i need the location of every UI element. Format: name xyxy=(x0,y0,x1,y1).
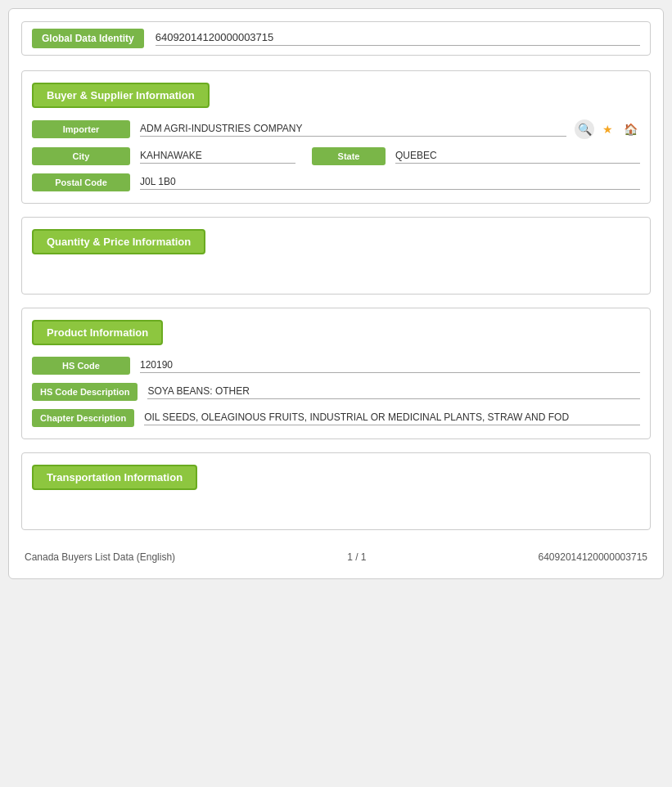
hs-code-description-row: HS Code Description SOYA BEANS: OTHER xyxy=(32,383,640,401)
buyer-supplier-header: Buyer & Supplier Information xyxy=(32,83,210,108)
quantity-price-content xyxy=(32,266,640,282)
city-label: City xyxy=(32,147,130,165)
importer-label: Importer xyxy=(32,120,130,138)
transportation-header: Transportation Information xyxy=(32,465,197,490)
product-info-header: Product Information xyxy=(32,320,163,345)
chapter-description-value: OIL SEEDS, OLEAGINOUS FRUITS, INDUSTRIAL… xyxy=(144,411,640,425)
hs-code-description-label: HS Code Description xyxy=(32,383,138,401)
hs-code-label: HS Code xyxy=(32,357,130,375)
state-value: QUEBEC xyxy=(395,150,640,164)
global-identity-row: Global Data Identity 6409201412000000371… xyxy=(21,21,651,56)
chapter-description-label: Chapter Description xyxy=(32,409,134,427)
importer-icons: 🔍 ★ 🏠 xyxy=(575,119,640,139)
product-info-section: Product Information HS Code 120190 HS Co… xyxy=(21,308,651,439)
main-container: Global Data Identity 6409201412000000371… xyxy=(8,8,664,579)
hs-code-description-value: SOYA BEANS: OTHER xyxy=(147,385,640,399)
buyer-supplier-section: Buyer & Supplier Information Importer AD… xyxy=(21,70,651,204)
city-value: KAHNAWAKE xyxy=(140,150,295,164)
postal-code-row: Postal Code J0L 1B0 xyxy=(32,173,640,191)
state-label: State xyxy=(312,147,386,165)
postal-code-value: J0L 1B0 xyxy=(140,176,640,190)
search-icon[interactable]: 🔍 xyxy=(575,119,594,139)
importer-row: Importer ADM AGRI-INDUSTRIES COMPANY 🔍 ★… xyxy=(32,119,640,139)
transportation-content xyxy=(32,501,640,518)
hs-code-row: HS Code 120190 xyxy=(32,357,640,375)
importer-value: ADM AGRI-INDUSTRIES COMPANY xyxy=(140,123,566,137)
postal-code-label: Postal Code xyxy=(32,173,130,191)
hs-code-value: 120190 xyxy=(140,359,640,373)
global-identity-value: 64092014120000003715 xyxy=(156,31,640,46)
footer: Canada Buyers List Data (English) 1 / 1 … xyxy=(21,543,651,566)
home-icon[interactable]: 🏠 xyxy=(620,119,640,139)
footer-center: 1 / 1 xyxy=(347,551,366,563)
footer-right: 64092014120000003715 xyxy=(539,551,647,563)
quantity-price-section: Quantity & Price Information xyxy=(21,217,651,295)
footer-left: Canada Buyers List Data (English) xyxy=(25,551,175,563)
star-icon[interactable]: ★ xyxy=(598,119,617,139)
transportation-section: Transportation Information xyxy=(21,452,651,530)
chapter-description-row: Chapter Description OIL SEEDS, OLEAGINOU… xyxy=(32,409,640,427)
global-identity-label: Global Data Identity xyxy=(32,29,144,48)
quantity-price-header: Quantity & Price Information xyxy=(32,229,205,254)
city-state-row: City KAHNAWAKE State QUEBEC xyxy=(32,147,640,165)
